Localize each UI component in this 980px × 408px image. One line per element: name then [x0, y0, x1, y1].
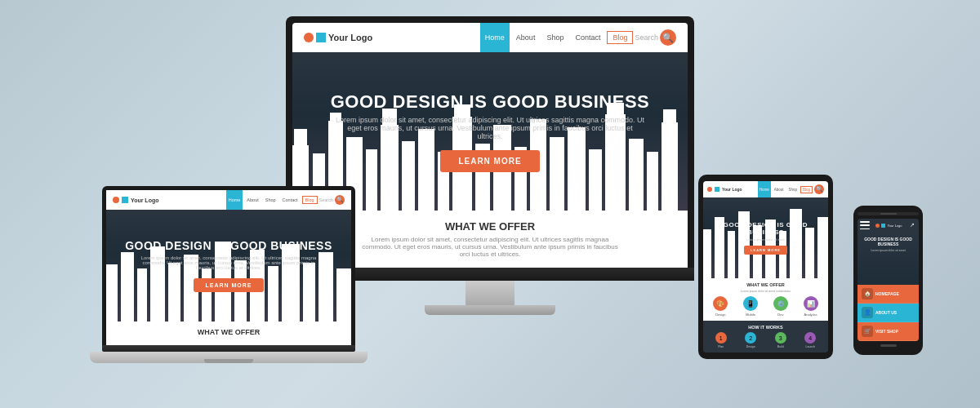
- tablet-offer-subtitle: Lorem ipsum dolor sit amet consectetur: [707, 290, 824, 293]
- desktop-hero-title: GOOD DESIGN IS GOOD BUSINESS: [331, 91, 650, 113]
- laptop-what-we-offer: WHAT WE OFFER: [106, 322, 351, 345]
- phone-logo-square-icon: [881, 224, 885, 228]
- tablet-step-label-2: Design: [746, 345, 755, 348]
- phone-menu-label-about: ABOUT US: [875, 310, 897, 315]
- laptop-nav-contact[interactable]: Contact: [280, 196, 301, 204]
- phone-speaker-grille: [880, 213, 897, 215]
- tablet-hero-cta[interactable]: LEARN MORE: [744, 246, 787, 255]
- laptop-hero-cta[interactable]: LEARN MORE: [194, 278, 263, 292]
- svg-rect-10: [418, 129, 434, 211]
- tablet-nav: Your Logo Home About Shop Blog 🔍: [703, 181, 828, 197]
- tablet-offer-section: WHAT WE OFFER Lorem ipsum dolor sit amet…: [703, 278, 828, 321]
- tablet-nav-shop[interactable]: Shop: [786, 187, 799, 193]
- svg-rect-41: [336, 268, 351, 322]
- phone-hero-text: Lorem ipsum dolor sit amet: [871, 249, 905, 252]
- tablet-offer-item-4: 📊 Analytics: [797, 296, 824, 317]
- desktop-nav-about[interactable]: About: [511, 31, 541, 44]
- desktop-nav-shop[interactable]: Shop: [541, 31, 568, 44]
- desktop-offer-subtitle: Lorem ipsum dolor sit amet, consectetur …: [359, 236, 621, 258]
- tablet-offer-icon-1: 🎨: [713, 296, 728, 311]
- tablet-offer-icon-3: ⚙️: [773, 296, 788, 311]
- phone-share-icon[interactable]: ↗: [908, 221, 916, 229]
- phone-menu-item-about[interactable]: 👤 ABOUT US: [858, 304, 919, 322]
- laptop-logo-circle-icon: [113, 197, 119, 203]
- tablet-offer-label-2: Mobile: [746, 313, 755, 317]
- svg-rect-24: [647, 152, 658, 211]
- svg-rect-31: [168, 263, 180, 322]
- laptop-device: Your Logo Home About Shop Contact Blog S…: [90, 186, 368, 363]
- desktop-nav-links: Home About Shop Contact Blog Search 🔍: [480, 23, 676, 52]
- phone-hero-title: GOOD DESIGN IS GOOD BUSINESS: [861, 237, 915, 246]
- tablet-offer-item-2: 📱 Mobile: [737, 296, 764, 317]
- desktop-stand-base: [425, 305, 555, 315]
- desktop-hero-subtitle: Lorem ipsum dolor sit amet, consectetur …: [335, 116, 645, 140]
- tablet-step-circle-1: 1: [715, 332, 727, 344]
- svg-rect-26: [663, 109, 676, 126]
- phone-nav-icons: ↗: [908, 221, 916, 229]
- tablet-nav-about[interactable]: About: [773, 187, 786, 193]
- laptop-hero-title: GOOD DESIGN IS GOOD BUSINESS: [125, 239, 332, 252]
- laptop-base: [90, 352, 368, 363]
- hamburger-line-2: [860, 224, 870, 226]
- phone-body: Your Logo ↗ GOOD DESIGN IS GOOD BUSINESS…: [853, 206, 923, 355]
- desktop-nav-contact[interactable]: Contact: [570, 31, 605, 44]
- phone-screen: Your Logo ↗ GOOD DESIGN IS GOOD BUSINESS…: [858, 219, 919, 341]
- phone-menu-label-shop: VISIT SHOP: [875, 329, 898, 334]
- tablet-offer-icon-2: 📱: [743, 296, 758, 311]
- svg-rect-27: [106, 264, 118, 322]
- phone-about-icon: 👤: [862, 307, 873, 318]
- phone-menu-item-shop[interactable]: 🛒 VISIT SHOP: [858, 322, 919, 341]
- tablet-offer-label-1: Design: [715, 313, 725, 317]
- tablet-step-4: 4 Launch: [797, 332, 825, 348]
- laptop-nav-blog[interactable]: Blog: [302, 196, 318, 204]
- tablet-step-circle-3: 3: [775, 332, 786, 344]
- phone-logo-circle-icon: [875, 224, 880, 228]
- tablet-hero-subtitle: Lorem ipsum dolor sit amet: [746, 237, 785, 242]
- desktop-search-label: Search: [635, 33, 658, 42]
- laptop-offer-title: WHAT WE OFFER: [113, 328, 345, 336]
- laptop-search-button[interactable]: 🔍: [335, 195, 345, 205]
- laptop-logo-square-icon: [122, 197, 128, 203]
- laptop-nav-shop[interactable]: Shop: [263, 196, 278, 204]
- laptop-screen: Your Logo Home About Shop Contact Blog S…: [106, 190, 351, 345]
- tablet-offer-icon-4: 📊: [804, 296, 818, 311]
- desktop-search-button[interactable]: 🔍: [660, 29, 676, 46]
- tablet-hero-title: GOOD DESIGN IS GOOD BUSINESS: [710, 221, 822, 236]
- laptop-nav-about[interactable]: About: [244, 196, 261, 204]
- desktop-logo: Your Logo: [304, 33, 372, 42]
- tablet-step-label-4: Launch: [806, 345, 815, 348]
- svg-rect-6: [366, 149, 377, 211]
- laptop-screen-wrapper: Your Logo Home About Shop Contact Blog S…: [102, 186, 355, 345]
- phone-home-button[interactable]: [880, 344, 897, 347]
- tablet-offer-grid: 🎨 Design 📱 Mobile ⚙️ Dev 📊: [707, 296, 824, 317]
- tablet-step-3: 3 Build: [767, 332, 795, 348]
- phone-menu-item-homepage[interactable]: 🏠 HOMEPAGE: [858, 285, 919, 304]
- laptop-nav-search: Search 🔍: [319, 195, 345, 205]
- desktop-hero-cta[interactable]: LEARN MORE: [440, 150, 539, 172]
- phone-home-icon: 🏠: [862, 288, 873, 299]
- tablet-nav-blog[interactable]: Blog: [800, 186, 813, 193]
- svg-rect-23: [629, 139, 644, 211]
- tablet-body: Your Logo Home About Shop Blog 🔍: [698, 175, 833, 359]
- laptop-nav-home[interactable]: Home: [226, 190, 243, 210]
- tablet-step-label-3: Build: [777, 345, 784, 348]
- tablet-how-title: HOW IT WORKS: [707, 325, 824, 330]
- laptop-hero-subtitle: Lorem ipsum dolor sit amet, consectetur …: [139, 255, 318, 270]
- laptop-city-skyline-icon: [106, 224, 351, 322]
- laptop-hero: GOOD DESIGN IS GOOD BUSINESS Lorem ipsum…: [106, 210, 351, 322]
- phone-nav: Your Logo ↗: [858, 219, 919, 232]
- svg-rect-18: [550, 137, 564, 211]
- tablet-search-button[interactable]: 🔍: [814, 184, 824, 194]
- tablet-nav-home[interactable]: Home: [758, 181, 771, 197]
- desktop-nav-search: Search 🔍: [635, 29, 676, 46]
- phone-hero: GOOD DESIGN IS GOOD BUSINESS Lorem ipsum…: [858, 232, 919, 285]
- desktop-nav-blog[interactable]: Blog: [607, 31, 633, 44]
- tablet-step-1: 1 Plan: [707, 332, 735, 348]
- desktop-nav-home[interactable]: Home: [480, 23, 510, 52]
- tablet-offer-label-3: Dev: [777, 313, 783, 317]
- tablet-logo-text: Your Logo: [722, 187, 742, 192]
- svg-rect-29: [137, 268, 147, 322]
- phone-device: Your Logo ↗ GOOD DESIGN IS GOOD BUSINESS…: [853, 206, 923, 355]
- tablet-step-2: 2 Design: [737, 332, 765, 348]
- hamburger-icon[interactable]: [860, 221, 870, 229]
